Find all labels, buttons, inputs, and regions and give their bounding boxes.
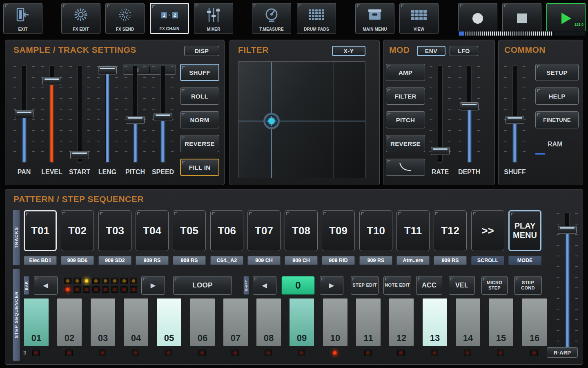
step-04[interactable]: 04 — [123, 298, 149, 346]
depth-slider[interactable] — [458, 65, 481, 163]
xy-cursor[interactable] — [263, 113, 280, 129]
pan-slider[interactable] — [13, 65, 36, 163]
track-tile-t12[interactable]: T12 — [434, 210, 467, 251]
track-tile-t05[interactable]: T05 — [173, 210, 206, 251]
shuff-slider[interactable] — [503, 65, 526, 163]
step-16[interactable]: 16 — [522, 298, 547, 346]
track-sample-label[interactable]: Elec BD1 — [24, 256, 57, 265]
finetune-button[interactable]: FINETUNE — [535, 111, 579, 128]
step-05[interactable]: 05 — [156, 298, 182, 346]
r-arp-button[interactable]: R-ARP — [547, 347, 578, 358]
step-edit-button[interactable]: STEP EDIT — [351, 276, 379, 295]
env-curve-button[interactable] — [386, 159, 425, 176]
xy-mode-button[interactable]: X-Y — [332, 46, 365, 56]
fill-in-button[interactable]: FILL IN — [180, 159, 219, 176]
env-button[interactable]: ENV — [417, 46, 445, 56]
roll-button[interactable]: ROLL — [180, 88, 219, 105]
track-sample-label[interactable]: 909 RS — [434, 256, 467, 265]
track-tile-t11[interactable]: T11 — [396, 210, 430, 251]
pitch-mod-button[interactable]: PITCH — [386, 111, 425, 128]
speed-slider[interactable] — [151, 65, 174, 163]
slider-handle[interactable] — [506, 116, 524, 124]
step-07[interactable]: 07 — [223, 298, 248, 346]
toolbar-fx-send-button[interactable]: FX SEND — [105, 3, 145, 34]
record-button[interactable] — [458, 3, 497, 34]
track-tile-t08[interactable]: T08 — [285, 210, 318, 251]
stop-button[interactable] — [502, 3, 541, 34]
xy-filter-pad[interactable] — [238, 61, 365, 178]
mode-label[interactable]: MODE — [508, 256, 541, 265]
scroll-tile[interactable]: >> — [471, 210, 504, 251]
slider-handle[interactable] — [460, 102, 479, 110]
bar-next-button[interactable]: ▶ — [141, 276, 165, 295]
step-14[interactable]: 14 — [455, 298, 481, 346]
shift-value-display[interactable]: 0 — [281, 276, 315, 295]
toolbar-main-menu-button[interactable]: MAIN MENU — [355, 3, 394, 34]
step-01[interactable]: 01 — [24, 298, 49, 346]
vel-button[interactable]: VEL — [449, 276, 475, 295]
play-button[interactable]: 128.0 — [546, 3, 586, 34]
start-slider[interactable] — [68, 65, 91, 163]
lfo-button[interactable]: LFO — [450, 46, 478, 56]
level-slider[interactable] — [40, 65, 63, 163]
acc-button[interactable]: ACC — [416, 276, 442, 295]
shift-prev-button[interactable]: ◀ — [253, 276, 276, 295]
micro-step-button[interactable]: MICRO STEP — [481, 276, 508, 295]
track-tile-t09[interactable]: T09 — [322, 210, 355, 251]
track-sample-label[interactable]: 909 SD2 — [98, 256, 131, 265]
track-sample-label[interactable]: 909 RS — [136, 256, 169, 265]
track-sample-label[interactable]: 909 RID — [322, 256, 355, 265]
track-sample-label[interactable]: 909 CH — [285, 256, 318, 265]
slider-handle[interactable] — [558, 226, 577, 234]
filter-mod-button[interactable]: FILTER — [386, 88, 425, 105]
amp-mod-button[interactable]: AMP — [386, 64, 425, 81]
toolbar-exit-button[interactable]: EXIT — [3, 3, 42, 34]
toolbar-mixer-button[interactable]: MIXER — [194, 3, 233, 34]
track-sample-label[interactable]: 909 BD6 — [61, 256, 94, 265]
step-02[interactable]: 02 — [57, 298, 82, 346]
slider-handle[interactable] — [42, 77, 61, 85]
step-15[interactable]: 15 — [488, 298, 514, 346]
track-sample-label[interactable]: 909 CH — [247, 256, 281, 265]
shift-next-button[interactable]: ▶ — [320, 276, 343, 295]
progress-cursor[interactable] — [459, 31, 464, 36]
track-tile-t02[interactable]: T02 — [61, 210, 94, 251]
toolbar-fx-chain-button[interactable]: 1·2FX CHAIN — [150, 3, 189, 34]
bar-prev-button[interactable]: ◀ — [34, 276, 58, 295]
track-tile-t06[interactable]: T06 — [210, 210, 243, 251]
slider-handle[interactable] — [431, 147, 450, 155]
setup-button[interactable]: SETUP — [535, 64, 579, 81]
track-tile-t07[interactable]: T07 — [247, 210, 281, 251]
disp-button[interactable]: DISP — [184, 46, 219, 56]
track-tile-t04[interactable]: T04 — [136, 210, 169, 251]
norm-button[interactable]: NORM — [180, 111, 219, 128]
step-06[interactable]: 06 — [190, 298, 215, 346]
step-03[interactable]: 03 — [90, 298, 116, 346]
reverse-button[interactable]: REVERSE — [180, 135, 219, 152]
step-cond-button[interactable]: STEP COND — [514, 276, 542, 295]
toolbar-drum-pads-button[interactable]: DRUM PADS — [297, 3, 336, 34]
track-sample-label[interactable]: C64._A2 — [210, 256, 243, 265]
track-level-slider[interactable] — [556, 212, 579, 348]
step-08[interactable]: 08 — [256, 298, 281, 346]
track-sample-label[interactable]: 909 RS — [359, 256, 392, 265]
note-edit-button[interactable]: NOTE EDIT — [383, 276, 411, 295]
step-09[interactable]: 09 — [289, 298, 314, 346]
toolbar-view-button[interactable]: VIEW — [399, 3, 439, 34]
slider-handle[interactable] — [126, 116, 145, 124]
slider-handle[interactable] — [154, 113, 172, 121]
step-13[interactable]: 13 — [422, 298, 448, 346]
step-11[interactable]: 11 — [356, 298, 381, 346]
track-sample-label[interactable]: 909 RS — [173, 256, 206, 265]
slider-handle[interactable] — [15, 110, 33, 118]
shuff-button[interactable]: SHUFF — [180, 64, 219, 81]
loop-button[interactable]: LOOP — [173, 276, 232, 295]
rate-slider[interactable] — [429, 65, 452, 163]
step-10[interactable]: 10 — [323, 298, 348, 346]
pitch-slider[interactable] — [124, 65, 147, 163]
track-tile-t10[interactable]: T10 — [359, 210, 392, 251]
track-tile-t03[interactable]: T03 — [98, 210, 131, 251]
track-tile-t01[interactable]: T01 — [24, 210, 57, 251]
play-menu-tile[interactable]: PLAY MENU — [508, 210, 541, 251]
slider-handle[interactable] — [70, 151, 89, 159]
